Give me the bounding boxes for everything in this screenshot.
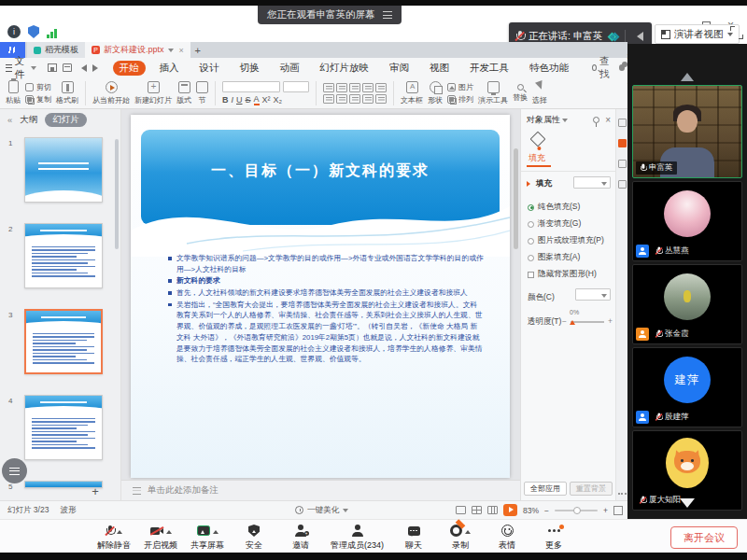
ribbon-tab[interactable]: 视图	[423, 61, 456, 76]
zoom-out-button[interactable]: −	[544, 506, 549, 515]
font-name-select[interactable]	[222, 81, 280, 92]
ribbon-tab[interactable]: 插入	[153, 61, 186, 76]
paragraph-format-icon[interactable]	[336, 94, 347, 104]
collapse-panel-icon[interactable]: «	[7, 115, 12, 125]
canvas-scrollbar[interactable]	[514, 148, 518, 249]
fill-option-radio[interactable]: 图案填充(A)	[528, 249, 613, 266]
outline-tab[interactable]: 大纲	[20, 114, 37, 126]
expand-arrow-icon[interactable]	[465, 527, 471, 534]
paragraph-format-icon[interactable]	[362, 94, 374, 104]
file-tab-document[interactable]: P 新文科建设.pptx ×	[85, 42, 190, 58]
print-icon[interactable]	[63, 63, 72, 72]
ribbon-tab[interactable]: 动画	[274, 61, 306, 76]
expand-arrow-icon[interactable]	[213, 527, 218, 534]
slide-page[interactable]: 一、目标（一）新文科的要求 文学教学知识谱系的问题—>文学教学的目的或作用—>外…	[131, 115, 510, 478]
paragraph-format-icon[interactable]	[375, 83, 387, 92]
tab-close-icon[interactable]: ×	[179, 46, 184, 55]
transparency-increase[interactable]: +	[608, 316, 613, 326]
normal-view-icon[interactable]	[456, 506, 466, 514]
zoom-slider-thumb[interactable]	[573, 507, 581, 514]
toolbar-record-button[interactable]: 录制	[444, 523, 477, 552]
replace-button[interactable]: 替换	[513, 84, 528, 103]
play-from-current-button[interactable]: 从当前开始	[92, 81, 130, 105]
toolbar-members-button[interactable]: 管理成员(234)	[331, 523, 384, 552]
font-color-button[interactable]: A	[254, 94, 260, 105]
meeting-info-icon[interactable]: i	[7, 25, 21, 38]
panel-launcher-icon-active[interactable]	[618, 139, 627, 147]
format-painter-button[interactable]: 格式刷	[56, 81, 78, 105]
toolbar-security-button[interactable]: 安全	[237, 523, 271, 552]
redo-icon[interactable]	[92, 64, 102, 72]
slideshow-play-button[interactable]	[503, 504, 517, 516]
meeting-security-shield-icon[interactable]	[28, 25, 39, 38]
ribbon-tab[interactable]: 切换	[233, 61, 266, 76]
ribbon-tab[interactable]: 幻灯片放映	[314, 61, 376, 76]
apply-all-button[interactable]: 全部应用	[524, 482, 567, 496]
new-slide-button[interactable]: 新建幻灯片	[134, 81, 172, 105]
expand-arrow-icon[interactable]	[166, 527, 172, 534]
subscript-button[interactable]: X₂	[274, 95, 283, 105]
select-button[interactable]: 选择	[532, 81, 547, 105]
quick-notes-widget[interactable]	[2, 458, 27, 483]
transparency-slider-thumb[interactable]	[570, 317, 575, 325]
participant-tile[interactable]: 张金霞	[632, 264, 742, 344]
more-panels-icon[interactable]	[618, 493, 627, 495]
fill-option-radio[interactable]: 渐变填充(G)	[528, 216, 613, 232]
reading-view-icon[interactable]	[487, 506, 498, 514]
zoom-slider[interactable]	[555, 510, 598, 511]
paragraph-format-icon[interactable]	[323, 83, 334, 92]
toolbar-emoji-button[interactable]: 表情	[490, 523, 524, 552]
ribbon-tab[interactable]: 开发工具	[463, 61, 515, 76]
transparency-decrease[interactable]: −	[562, 316, 567, 326]
fill-tab[interactable]: 填充	[529, 152, 545, 164]
new-tab-button[interactable]: +	[190, 42, 205, 58]
cut-button[interactable]: 剪切	[25, 82, 51, 92]
thumbnail-card[interactable]	[24, 395, 103, 460]
italic-button[interactable]: I	[232, 95, 234, 105]
toolbar-mic-button[interactable]: 解除静音	[97, 523, 131, 552]
reset-background-button[interactable]: 重置背景	[570, 482, 613, 496]
speaker-view-button[interactable]: 演讲者视图	[655, 24, 740, 44]
paste-button[interactable]: 粘贴	[6, 80, 21, 105]
tab-dropdown-icon[interactable]	[168, 49, 174, 55]
file-menu[interactable]: 文件	[6, 55, 36, 81]
panel-launcher-icon[interactable]	[618, 160, 627, 168]
paragraph-format-icon[interactable]	[375, 94, 387, 104]
layout-button[interactable]: 版式	[176, 81, 191, 105]
toolbar-cam-button[interactable]: 开启视频	[144, 523, 177, 552]
participant-tile[interactable]: 申富英	[632, 85, 742, 178]
copy-button[interactable]: 复制	[25, 94, 51, 105]
banner-menu-icon[interactable]	[383, 11, 392, 19]
strikethrough-button[interactable]: S	[246, 95, 251, 105]
paragraph-format-icon[interactable]	[323, 94, 334, 104]
scroll-down-icon[interactable]	[680, 498, 695, 515]
expand-arrow-icon[interactable]	[117, 527, 122, 534]
thumbnail-card[interactable]	[24, 309, 103, 374]
bold-button[interactable]: B	[222, 95, 229, 105]
add-slide-button[interactable]: +	[88, 484, 103, 499]
leave-meeting-button[interactable]: 离开会议	[670, 526, 738, 549]
transparency-slider[interactable]	[571, 321, 604, 323]
ribbon-tab[interactable]: 特色功能	[523, 61, 575, 76]
section-button[interactable]: 节	[196, 81, 208, 105]
panel-launcher-icon[interactable]	[618, 119, 627, 127]
slide-sorter-view-icon[interactable]	[472, 506, 482, 514]
color-dropdown[interactable]	[575, 288, 611, 301]
participant-tile[interactable]: 丛慧燕	[632, 181, 742, 261]
paragraph-format-icon[interactable]	[362, 83, 374, 92]
fill-option-radio[interactable]: 图片或纹理填充(P)	[528, 232, 613, 249]
thumbnail-card[interactable]	[24, 223, 103, 288]
toolbar-invite-button[interactable]: +邀请	[284, 523, 317, 552]
pin-icon[interactable]	[593, 117, 599, 123]
beautify-button[interactable]: 一键美化	[295, 505, 348, 516]
underline-button[interactable]: U	[236, 95, 243, 105]
superscript-button[interactable]: X²	[262, 95, 271, 105]
fill-option-radio[interactable]: 纯色填充(S)	[528, 199, 613, 216]
paragraph-format-icon[interactable]	[336, 83, 347, 92]
ribbon-tab[interactable]: 开始	[113, 61, 146, 76]
fill-option-checkbox[interactable]: 隐藏背景图形(H)	[528, 266, 613, 283]
toolbar-share-button[interactable]: 共享屏幕	[190, 523, 224, 552]
ribbon-tab[interactable]: 设计	[193, 61, 226, 76]
fullscreen-icon[interactable]	[730, 26, 743, 39]
fit-to-window-icon[interactable]	[613, 506, 623, 515]
